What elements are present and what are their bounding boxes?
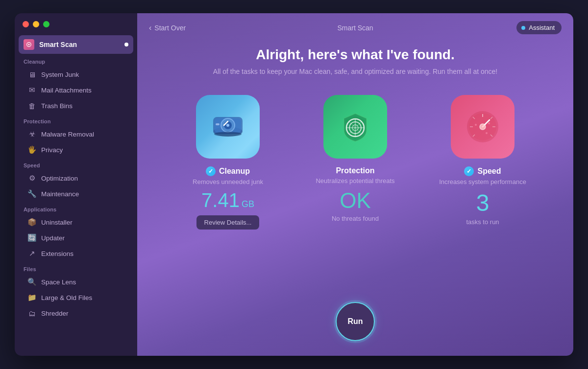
cleanup-label-row: ✓ Cleanup (206, 166, 250, 176)
protection-card-icon (323, 95, 387, 159)
maximize-button[interactable] (43, 21, 49, 27)
space-lens-label: Space Lens (41, 278, 76, 286)
assistant-dot-icon (521, 26, 525, 30)
assistant-button[interactable]: Assistant (516, 21, 562, 34)
malware-removal-label: Malware Removal (41, 131, 94, 138)
sidebar-item-malware-removal[interactable]: ☣Malware Removal (19, 126, 133, 142)
main-content: ‹ Start Over Smart Scan Assistant Alrigh… (137, 13, 573, 356)
svg-point-27 (480, 124, 486, 130)
run-button-wrap: Run (137, 292, 573, 356)
cleanup-value: 7.41 GB (201, 189, 254, 211)
speed-label-row: ✓ Speed (464, 166, 501, 176)
sidebar-item-space-lens[interactable]: 🔍Space Lens (19, 274, 133, 290)
cleanup-card: ✓ Cleanup Removes unneeded junk 7.41 GB … (174, 95, 282, 282)
trash-bins-icon: 🗑 (27, 101, 36, 110)
large-old-files-label: Large & Old Files (41, 294, 92, 301)
maintenance-label: Maintenance (41, 190, 79, 198)
run-button[interactable]: Run (336, 302, 375, 341)
svg-rect-8 (216, 123, 220, 125)
section-label-files: Files (15, 261, 137, 274)
sidebar-item-optimization[interactable]: ⚙Optimization (19, 170, 133, 186)
hero-title: Alright, here's what I've found. (137, 47, 573, 63)
protection-desc: Neutralizes potential threats (316, 177, 394, 184)
protection-sub: No threats found (332, 215, 379, 222)
svg-point-30 (486, 132, 488, 134)
mail-attachments-icon: ✉ (27, 86, 36, 94)
sidebar-item-large-old-files[interactable]: 📁Large & Old Files (19, 290, 133, 305)
privacy-label: Privacy (41, 146, 63, 154)
sidebar-item-smart-scan[interactable]: Smart Scan (19, 35, 133, 54)
uninstaller-label: Uninstaller (41, 219, 73, 226)
speed-card-icon (451, 95, 514, 159)
topbar-title: Smart Scan (337, 24, 373, 32)
minimize-button[interactable] (33, 21, 39, 27)
section-label-speed: Speed (15, 158, 137, 170)
hero-subtitle: All of the tasks to keep your Mac clean,… (137, 68, 573, 75)
protection-value: OK (340, 188, 371, 213)
large-old-files-icon: 📁 (27, 293, 36, 302)
protection-label-row: Protection (336, 166, 374, 175)
sidebar-item-system-junk[interactable]: 🖥System Junk (19, 67, 133, 82)
trash-bins-label: Trash Bins (41, 102, 73, 110)
protection-label: Protection (336, 166, 374, 175)
shredder-icon: 🗂 (27, 309, 36, 318)
sidebar-item-uninstaller[interactable]: 📦Uninstaller (19, 214, 133, 230)
svg-point-29 (488, 122, 490, 124)
maintenance-icon: 🔧 (27, 189, 36, 198)
svg-point-6 (226, 124, 229, 127)
uninstaller-icon: 📦 (27, 218, 36, 227)
sidebar-item-maintenance[interactable]: 🔧Maintenance (19, 186, 133, 202)
window-controls (15, 21, 137, 35)
cleanup-card-icon (196, 95, 260, 159)
review-details-button[interactable]: Review Details... (196, 215, 260, 230)
speed-check-icon: ✓ (464, 166, 474, 176)
speed-desc: Increases system performance (439, 178, 526, 185)
section-label-applications: Applications (15, 202, 137, 214)
speed-card: ✓ Speed Increases system performance 3 t… (429, 95, 537, 282)
optimization-icon: ⚙ (27, 174, 36, 183)
privacy-icon: 🖐 (27, 145, 36, 154)
updater-label: Updater (41, 234, 65, 242)
active-indicator (124, 43, 128, 46)
svg-point-0 (28, 44, 30, 46)
extensions-icon: ↗ (27, 249, 36, 258)
cleanup-label: Cleanup (219, 167, 250, 176)
sidebar: Smart Scan Cleanup🖥System Junk✉Mail Atta… (15, 13, 137, 356)
sidebar-item-mail-attachments[interactable]: ✉Mail Attachments (19, 82, 133, 98)
protection-card: Protection Neutralizes potential threats… (301, 95, 409, 282)
updater-icon: 🔄 (27, 233, 36, 242)
smart-scan-icon (24, 39, 34, 50)
sidebar-item-extensions[interactable]: ↗Extensions (19, 246, 133, 261)
svg-point-28 (475, 124, 477, 126)
start-over-button[interactable]: ‹ Start Over (149, 23, 186, 32)
sidebar-sections: Cleanup🖥System Junk✉Mail Attachments🗑Tra… (15, 54, 137, 321)
cleanup-desc: Removes unneeded junk (193, 178, 263, 185)
cards-row: ✓ Cleanup Removes unneeded junk 7.41 GB … (137, 85, 573, 292)
assistant-label: Assistant (529, 24, 555, 31)
speed-label: Speed (477, 167, 501, 176)
space-lens-icon: 🔍 (27, 277, 36, 286)
mail-attachments-label: Mail Attachments (41, 87, 92, 94)
topbar: ‹ Start Over Smart Scan Assistant (137, 13, 573, 42)
speed-sub: tasks to run (466, 218, 499, 226)
cleanup-unit: GB (242, 199, 254, 209)
section-label-cleanup: Cleanup (15, 54, 137, 67)
shredder-label: Shredder (41, 310, 69, 317)
cleanup-check-icon: ✓ (206, 166, 216, 176)
sidebar-item-shredder[interactable]: 🗂Shredder (19, 305, 133, 321)
speed-value: 3 (476, 189, 490, 216)
close-button[interactable] (23, 21, 29, 27)
malware-removal-icon: ☣ (27, 130, 36, 138)
sidebar-item-updater[interactable]: 🔄Updater (19, 230, 133, 246)
back-chevron-icon: ‹ (149, 23, 151, 32)
sidebar-item-privacy[interactable]: 🖐Privacy (19, 142, 133, 158)
smart-scan-label: Smart Scan (39, 41, 77, 48)
start-over-label: Start Over (154, 24, 186, 32)
app-window: Smart Scan Cleanup🖥System Junk✉Mail Atta… (15, 13, 573, 356)
extensions-label: Extensions (41, 250, 74, 257)
sidebar-item-trash-bins[interactable]: 🗑Trash Bins (19, 98, 133, 114)
system-junk-label: System Junk (41, 71, 79, 78)
optimization-label: Optimization (41, 175, 78, 182)
svg-point-9 (214, 132, 242, 137)
hero-section: Alright, here's what I've found. All of … (137, 42, 573, 85)
